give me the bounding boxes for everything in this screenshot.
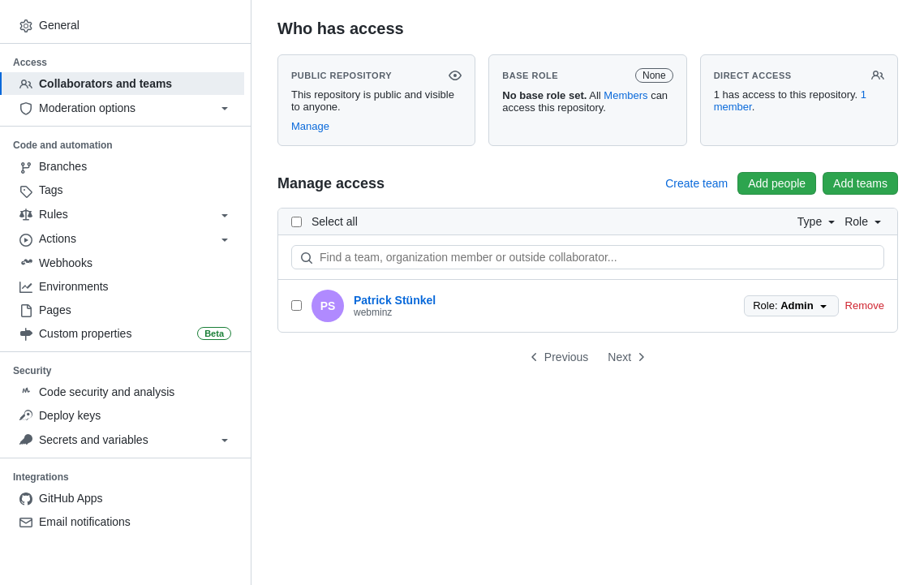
avatar: PS xyxy=(312,290,344,322)
sidebar-item-pages-label: Pages xyxy=(39,303,71,316)
member-username: webminz xyxy=(354,307,744,318)
sidebar-item-actions[interactable]: Actions xyxy=(6,227,244,251)
public-repo-card: PUBLIC REPOSITORY This repository is pub… xyxy=(277,54,475,146)
people-icon xyxy=(19,77,32,90)
github-icon xyxy=(19,492,32,505)
table-header: Select all Type Role xyxy=(278,209,897,235)
one-member-link[interactable]: 1 member xyxy=(714,88,866,113)
add-people-button[interactable]: Add people xyxy=(737,172,816,195)
direct-access-label: DIRECT ACCESS xyxy=(714,71,792,80)
card-header-direct-access: DIRECT ACCESS xyxy=(714,68,884,82)
member-actions: Role: Admin Remove xyxy=(744,295,884,316)
eye-icon xyxy=(449,68,462,82)
sidebar: General Access Collaborators and teams M… xyxy=(0,0,251,585)
sidebar-item-branches[interactable]: Branches xyxy=(6,155,244,178)
access-cards: PUBLIC REPOSITORY This repository is pub… xyxy=(277,54,898,146)
sidebar-item-code-security[interactable]: Code security and analysis xyxy=(6,381,244,403)
sidebar-divider xyxy=(0,43,251,44)
member-checkbox[interactable] xyxy=(291,300,302,311)
role-filter-button[interactable]: Role xyxy=(844,215,884,228)
previous-button[interactable]: Previous xyxy=(518,346,598,368)
manage-access-title: Manage access xyxy=(277,175,385,192)
next-label: Next xyxy=(608,351,631,363)
sidebar-item-secrets-label: Secrets and variables xyxy=(39,433,148,446)
add-teams-button[interactable]: Add teams xyxy=(823,172,898,195)
sidebar-item-email-notifications-label: Email notifications xyxy=(39,515,131,528)
sidebar-item-environments[interactable]: Environments xyxy=(6,275,244,298)
sidebar-item-moderation[interactable]: Moderation options xyxy=(6,96,244,119)
table-filters: Type Role xyxy=(797,215,884,228)
sidebar-divider-2 xyxy=(0,126,251,127)
sidebar-item-custom-properties-label: Custom properties xyxy=(39,327,131,340)
type-filter-label: Type xyxy=(797,215,822,228)
search-input-wrap xyxy=(291,245,884,269)
sidebar-item-webhooks[interactable]: Webhooks xyxy=(6,252,244,274)
pagination: Previous Next xyxy=(277,346,898,368)
next-button[interactable]: Next xyxy=(598,346,657,368)
card-header-base-role: BASE ROLE None xyxy=(502,68,673,83)
actions-icon xyxy=(19,232,32,245)
search-icon xyxy=(300,250,313,264)
pages-icon xyxy=(19,303,32,316)
table-row: PS Patrick Stünkel webminz Role: Admin R… xyxy=(278,280,897,332)
sidebar-item-collaborators[interactable]: Collaborators and teams xyxy=(0,72,244,95)
select-all-label: Select all xyxy=(312,215,358,228)
role-button[interactable]: Role: Admin xyxy=(744,295,838,316)
rules-icon xyxy=(19,208,32,221)
manage-access-header: Manage access Create team Add people Add… xyxy=(277,172,898,195)
member-name[interactable]: Patrick Stünkel xyxy=(354,294,436,307)
chevron-down-icon xyxy=(218,101,231,114)
env-icon xyxy=(19,280,32,293)
create-team-button[interactable]: Create team xyxy=(662,173,731,194)
role-filter-label: Role xyxy=(844,215,868,228)
sidebar-item-rules-label: Rules xyxy=(39,208,68,221)
remove-button[interactable]: Remove xyxy=(845,299,884,312)
sidebar-section-code: Code and automation xyxy=(0,133,251,154)
members-link[interactable]: Members xyxy=(604,89,647,101)
sidebar-item-github-apps-label: GitHub Apps xyxy=(39,492,103,505)
key-icon xyxy=(19,409,32,422)
search-input[interactable] xyxy=(320,251,875,264)
chevron-down-icon-4 xyxy=(218,432,231,446)
shield-icon xyxy=(19,101,32,114)
sidebar-item-actions-label: Actions xyxy=(39,232,76,245)
webhook-icon xyxy=(19,256,32,269)
base-role-label: BASE ROLE xyxy=(502,71,558,80)
manage-link[interactable]: Manage xyxy=(291,120,329,132)
sidebar-section-access: Access xyxy=(0,50,251,71)
chevron-down-icon-3 xyxy=(218,232,231,246)
select-all-checkbox[interactable] xyxy=(291,217,302,227)
search-row xyxy=(278,235,897,279)
gear-icon xyxy=(19,19,32,32)
member-info: Patrick Stünkel webminz xyxy=(354,294,744,318)
public-repo-label: PUBLIC REPOSITORY xyxy=(291,71,392,80)
sidebar-item-general[interactable]: General xyxy=(6,14,244,37)
sidebar-item-rules[interactable]: Rules xyxy=(6,202,244,226)
sidebar-item-webhooks-label: Webhooks xyxy=(39,256,92,269)
people2-icon xyxy=(871,68,884,82)
sidebar-item-general-label: General xyxy=(39,19,80,32)
none-badge: None xyxy=(635,68,673,83)
access-table: Select all Type Role xyxy=(277,208,898,332)
page-title: Who has access xyxy=(277,19,898,38)
sidebar-item-github-apps[interactable]: GitHub Apps xyxy=(6,487,244,510)
sidebar-item-deploy-keys[interactable]: Deploy keys xyxy=(6,404,244,427)
direct-access-text: 1 has access to this repository. 1 membe… xyxy=(714,88,884,113)
sidebar-item-secrets[interactable]: Secrets and variables xyxy=(6,428,244,451)
code-security-icon xyxy=(19,385,32,398)
email-icon xyxy=(19,515,32,528)
secrets-icon xyxy=(19,433,32,446)
sidebar-divider-4 xyxy=(0,458,251,458)
previous-label: Previous xyxy=(544,351,588,363)
main-content: Who has access PUBLIC REPOSITORY This re… xyxy=(251,0,924,585)
sidebar-section-integrations: Integrations xyxy=(0,465,251,486)
sidebar-item-email-notifications[interactable]: Email notifications xyxy=(6,510,244,533)
custom-props-icon xyxy=(19,327,32,340)
type-filter-button[interactable]: Type xyxy=(797,215,838,228)
base-role-text: No base role set. All Members can access… xyxy=(502,89,673,114)
sidebar-item-tags[interactable]: Tags xyxy=(6,179,244,201)
role-label: Role: Admin xyxy=(753,299,813,312)
sidebar-item-custom-properties[interactable]: Custom properties Beta xyxy=(6,322,244,345)
sidebar-item-moderation-label: Moderation options xyxy=(39,101,135,114)
sidebar-item-pages[interactable]: Pages xyxy=(6,299,244,321)
